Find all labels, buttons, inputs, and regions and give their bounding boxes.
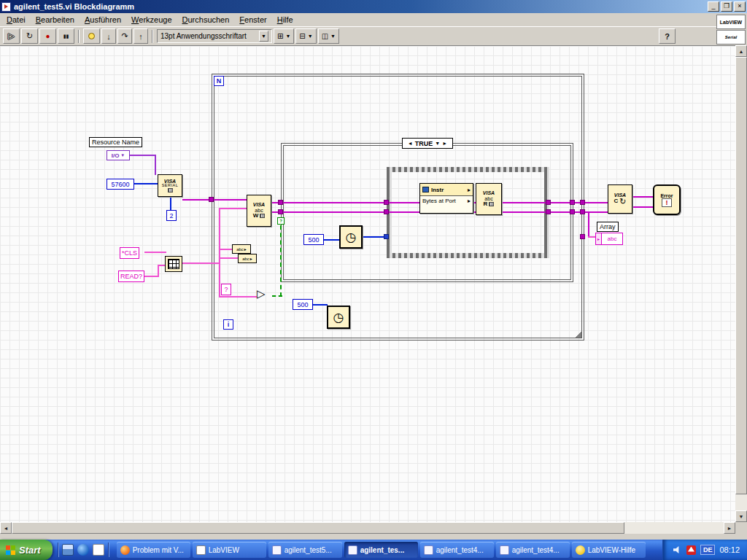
resource-name-label[interactable]: Resource Name	[89, 137, 142, 147]
scroll-up-button[interactable]: ▲	[735, 45, 747, 57]
scroll-right-button[interactable]: ►	[724, 522, 735, 534]
read-string-constant[interactable]: READ?	[118, 271, 144, 282]
visa-read-node[interactable]: VISA abc R	[476, 183, 502, 215]
menu-datei[interactable]: Datei	[1, 14, 31, 26]
task-button-agilent-tes-active[interactable]: agilent_tes...	[344, 542, 418, 558]
font-selector[interactable]: 13pt Anwendungsschriftart ▼	[157, 29, 272, 43]
minimize-button[interactable]: _	[708, 1, 719, 12]
align-objects-dropdown[interactable]: ⊞ ▼	[274, 28, 294, 44]
string-function-node[interactable]: abc▸	[232, 244, 251, 254]
scroll-down-button[interactable]: ▼	[735, 510, 747, 522]
menu-ausfuehren[interactable]: Ausführen	[80, 14, 126, 26]
horizontal-scrollbar[interactable]: ◄ ►	[0, 522, 735, 534]
antivirus-tray-icon[interactable]	[686, 545, 696, 555]
vi-document-icon	[424, 545, 433, 555]
wire-write-buffer	[219, 208, 247, 209]
horizontal-scroll-thumb[interactable]	[12, 522, 624, 534]
restore-button[interactable]: ❐	[721, 1, 732, 12]
task-buttons: Problem mit V... LabVIEW agilent_test5..…	[117, 542, 646, 558]
help-icon: ?	[665, 32, 670, 41]
case-selector-label[interactable]: ◄ TRUE ▼ ►	[402, 138, 453, 149]
quicklaunch-show-desktop-icon[interactable]	[62, 544, 74, 556]
loop-iteration-terminal[interactable]: i	[223, 319, 233, 330]
tunnel	[580, 209, 585, 214]
tunnel	[278, 200, 283, 205]
visa-resource-constant[interactable]: I/O ▼	[107, 150, 130, 160]
read-buffer-icon	[489, 202, 494, 206]
volume-icon[interactable]	[673, 545, 682, 554]
quicklaunch-document-icon[interactable]	[93, 544, 104, 556]
property-item[interactable]: Bytes at Port ▸	[420, 196, 473, 204]
case-next-icon[interactable]: ►	[442, 141, 447, 146]
wait-time-constant[interactable]: 500	[303, 234, 324, 245]
wire-wait1	[324, 239, 340, 241]
wire-wait2	[313, 304, 328, 306]
string-function-node[interactable]: abc▸	[238, 254, 257, 263]
menu-bearbeiten[interactable]: Bearbeiten	[31, 14, 80, 26]
block-diagram-canvas[interactable]: ◄ TRUE ▼ ► N i	[0, 45, 735, 522]
wire-cls-string	[144, 252, 166, 253]
quicklaunch-browser-icon[interactable]	[77, 544, 89, 556]
run-button[interactable]: ▷	[3, 28, 20, 44]
vertical-scroll-thumb[interactable]	[735, 57, 747, 494]
wait-ms-node[interactable]: ◷	[327, 306, 350, 329]
abort-button[interactable]: ●	[39, 28, 56, 44]
concatenate-strings-node[interactable]	[165, 256, 182, 272]
wait-ms-node[interactable]: ◷	[339, 225, 363, 249]
data-bits-constant[interactable]: 2	[166, 210, 177, 221]
task-button-labview[interactable]: LabVIEW	[193, 542, 266, 558]
scroll-left-button[interactable]: ◄	[0, 522, 12, 534]
simple-error-handler-node[interactable]: Error !	[653, 184, 681, 215]
reorder-objects-dropdown[interactable]: ◫ ▼	[318, 28, 339, 44]
tunnel	[546, 209, 551, 214]
distribute-objects-dropdown[interactable]: ⊟ ▼	[295, 28, 316, 44]
browser-icon	[120, 545, 130, 555]
cls-string-constant[interactable]: *CLS	[120, 247, 139, 259]
loop-count-terminal[interactable]: N	[214, 76, 224, 86]
lightbulb-icon	[88, 33, 95, 39]
context-help-button[interactable]: ?	[659, 28, 676, 44]
menu-fenster[interactable]: Fenster	[234, 14, 271, 26]
comparison-node[interactable]: ▷	[257, 288, 266, 299]
quick-launch	[53, 542, 114, 557]
pause-button[interactable]: ▮▮	[58, 28, 74, 44]
app-icon	[1, 2, 11, 12]
menu-werkzeuge[interactable]: Werkzeuge	[126, 14, 177, 26]
step-into-button[interactable]: ↓	[101, 28, 116, 44]
wire-concat-out	[182, 262, 220, 264]
visa-write-node[interactable]: VISA abc W	[247, 195, 271, 227]
step-over-button[interactable]: ↷	[117, 28, 132, 44]
task-button-agilent-test5[interactable]: agilent_test5...	[268, 542, 342, 558]
wire-string-branch	[219, 208, 220, 298]
task-button-agilent-test4-a[interactable]: agilent_test4...	[420, 542, 494, 558]
menu-hilfe[interactable]: Hilfe	[272, 14, 298, 26]
chevron-down-icon: ▼	[308, 34, 313, 39]
property-node-bytes-at-port[interactable]: Instr ▸ Bytes at Port ▸	[419, 183, 473, 214]
visa-close-node[interactable]: VISA C↻	[608, 184, 632, 214]
baud-rate-constant[interactable]: 57600	[107, 179, 134, 190]
vertical-scrollbar[interactable]: ▲ ▼	[735, 45, 747, 522]
chevron-down-icon[interactable]: ▼	[259, 31, 268, 42]
menu-durchsuchen[interactable]: Durchsuchen	[177, 14, 235, 26]
task-button-agilent-test4-b[interactable]: agilent_test4...	[496, 542, 570, 558]
close-button[interactable]: ×	[734, 1, 746, 12]
taskbar-clock[interactable]: 08:12	[719, 545, 740, 554]
start-button[interactable]: Start	[0, 540, 53, 560]
step-out-button[interactable]: ↑	[133, 28, 148, 44]
resize-handle[interactable]	[575, 331, 581, 338]
empty-string-constant[interactable]: ?	[221, 284, 231, 295]
task-button-labview-hilfe[interactable]: LabVIEW-Hilfe	[572, 542, 646, 558]
run-continuous-button[interactable]: ↻	[21, 28, 38, 44]
visa-configure-serial-node[interactable]: VISA SERIAL	[158, 174, 182, 197]
wire-close-to-error	[632, 196, 653, 198]
vi-icon-serial[interactable]: Serial	[716, 30, 746, 44]
wire-visa-main	[182, 199, 247, 201]
abort-icon: ●	[45, 32, 50, 40]
wait-time-constant[interactable]: 500	[293, 299, 313, 310]
array-string-indicator[interactable]: ▸ abc	[595, 233, 623, 245]
highlight-execution-button[interactable]	[83, 28, 100, 44]
case-previous-icon[interactable]: ◄	[408, 141, 413, 146]
task-button-problem[interactable]: Problem mit V...	[117, 542, 190, 558]
language-indicator[interactable]: DE	[700, 545, 716, 555]
array-label[interactable]: Array	[597, 222, 619, 232]
